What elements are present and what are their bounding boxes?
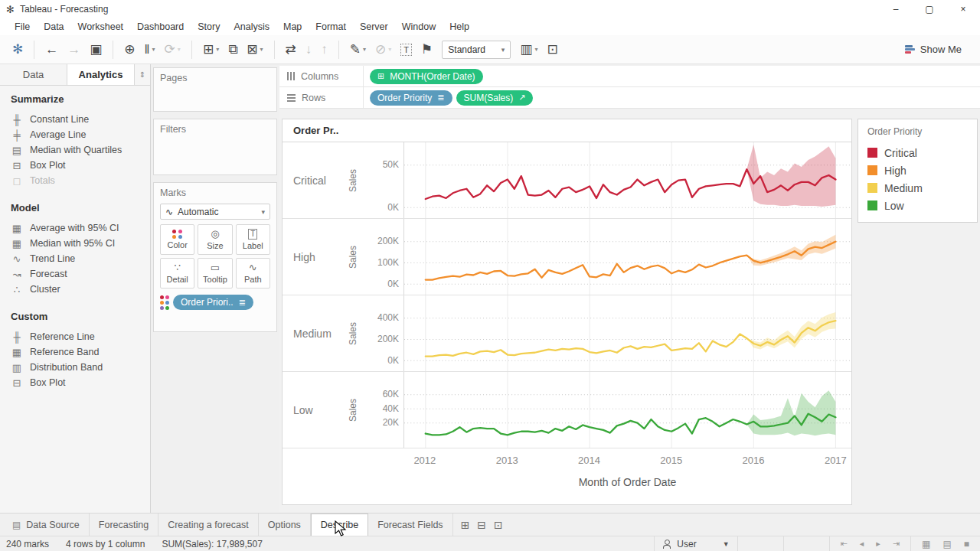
- filmstrip-view-icon[interactable]: ▤: [939, 539, 954, 549]
- y-axis-ticks[interactable]: 400K200K0K: [364, 295, 403, 371]
- user-filter-dropdown[interactable]: User ▼: [654, 536, 737, 551]
- show-mark-labels-button[interactable]: T: [396, 39, 416, 60]
- menu-window[interactable]: Window: [395, 21, 443, 32]
- plot-low[interactable]: [403, 372, 851, 448]
- menu-analysis[interactable]: Analysis: [227, 21, 276, 32]
- analytics-item-median-with-quartiles[interactable]: ▤Median with Quartiles: [11, 142, 150, 158]
- fit-selector[interactable]: Standard ▾: [442, 41, 511, 59]
- analytics-item-distribution-band[interactable]: ▥Distribution Band: [11, 360, 150, 375]
- y-axis-ticks[interactable]: 50K0K: [364, 142, 403, 218]
- y-axis-title[interactable]: Sales: [342, 219, 364, 295]
- sheet-tab-forecast-fields[interactable]: Forecast Fields: [368, 514, 452, 536]
- new-worksheet-tab-icon[interactable]: ⊞: [461, 519, 470, 531]
- clear-sheet-button[interactable]: ⊠▾: [242, 39, 267, 60]
- detail-button[interactable]: ∵Detail: [160, 258, 194, 289]
- pane-tab-analytics[interactable]: Analytics: [67, 64, 135, 85]
- sheet-tab-forecasting[interactable]: Forecasting: [90, 514, 158, 536]
- pill-month-order-date-[interactable]: ⊞MONTH(Order Date): [370, 69, 483, 84]
- show-me-button[interactable]: Show Me: [905, 44, 972, 55]
- new-data-source-button[interactable]: ⊕: [119, 39, 139, 60]
- next-sheet-icon[interactable]: ▸: [873, 539, 884, 549]
- analytics-item-box-plot[interactable]: ⊟Box Plot: [11, 375, 150, 390]
- plot-medium[interactable]: [403, 295, 851, 371]
- chevron-down-icon: ▾: [363, 46, 366, 53]
- tooltip-button[interactable]: ▭Tooltip: [198, 258, 232, 289]
- pill-sum-sales-[interactable]: SUM(Sales)↗: [456, 90, 534, 106]
- legend-item-critical[interactable]: Critical: [867, 144, 977, 161]
- plot-high[interactable]: [403, 219, 851, 295]
- undo-button[interactable]: ←: [41, 39, 63, 60]
- row-header[interactable]: Critical: [283, 142, 342, 218]
- pane-tab-data[interactable]: Data: [0, 64, 67, 85]
- analytics-item-reference-band[interactable]: ▦Reference Band: [11, 344, 150, 360]
- menu-server[interactable]: Server: [353, 21, 395, 32]
- swap-rows-columns-button[interactable]: ⇄: [281, 39, 301, 60]
- menu-format[interactable]: Format: [309, 21, 353, 32]
- y-axis-ticks[interactable]: 200K100K0K: [364, 219, 403, 295]
- path-button[interactable]: ∿Path: [236, 258, 270, 289]
- sheet-tab-data-source[interactable]: ▤Data Source: [3, 514, 90, 536]
- filters-shelf[interactable]: Filters: [153, 119, 277, 175]
- duplicate-sheet-button[interactable]: ⧉: [224, 39, 242, 60]
- row-header[interactable]: Medium: [283, 295, 342, 371]
- label-button[interactable]: TLabel: [236, 224, 270, 255]
- presentation-mode-button[interactable]: ⊡: [542, 39, 562, 60]
- menu-file[interactable]: File: [8, 21, 37, 32]
- new-worksheet-button[interactable]: ⊞▾: [198, 39, 224, 60]
- pause-auto-updates-button[interactable]: ‖▾: [140, 39, 160, 60]
- analytics-item-forecast[interactable]: ↝Forecast: [11, 266, 150, 282]
- prev-sheet-icon[interactable]: ◂: [857, 539, 867, 549]
- save-button[interactable]: ▣: [85, 39, 106, 60]
- rows-shelf[interactable]: Rows Order Priority≣SUM(Sales)↗: [279, 87, 980, 109]
- legend-item-high[interactable]: High: [867, 161, 977, 179]
- mark-type-dropdown[interactable]: ∿ Automatic ▾: [160, 204, 270, 220]
- analytics-item-constant-line[interactable]: ╫Constant Line: [11, 112, 150, 127]
- analytics-item-cluster[interactable]: ∴Cluster: [11, 282, 150, 297]
- analytics-item-average-line[interactable]: ╪Average Line: [11, 127, 150, 142]
- pages-shelf[interactable]: Pages: [153, 67, 277, 112]
- highlight-button[interactable]: ✎▾: [345, 39, 371, 60]
- sheet-tab-options[interactable]: Options: [259, 514, 311, 536]
- last-sheet-icon[interactable]: ⇥: [890, 539, 903, 549]
- restore-button[interactable]: ▢: [913, 0, 946, 18]
- menu-dashboard[interactable]: Dashboard: [130, 21, 191, 32]
- analytics-item-reference-line[interactable]: ╫Reference Line: [11, 329, 150, 344]
- menu-help[interactable]: Help: [443, 21, 476, 32]
- pill-order-priority[interactable]: Order Priority≣: [370, 90, 452, 106]
- y-axis-ticks[interactable]: 60K40K20K: [364, 372, 403, 448]
- new-dashboard-tab-icon[interactable]: ⊟: [477, 519, 486, 531]
- tableau-logo-button[interactable]: ✻: [8, 39, 28, 60]
- first-sheet-icon[interactable]: ⇤: [838, 539, 851, 549]
- analytics-item-trend-line[interactable]: ∿Trend Line: [11, 251, 150, 266]
- x-axis[interactable]: 201220132014201520162017 Month of Order …: [283, 448, 851, 504]
- row-header[interactable]: High: [283, 219, 342, 295]
- analytics-item-box-plot[interactable]: ⊟Box Plot: [11, 158, 150, 173]
- legend-item-medium[interactable]: Medium: [867, 179, 977, 197]
- pane-pin-icon[interactable]: ⇕: [135, 64, 150, 85]
- sheet-sorter-view-icon[interactable]: ▦: [919, 539, 933, 549]
- tick-label: 60K: [383, 389, 399, 399]
- plot-critical[interactable]: [403, 142, 851, 218]
- analytics-item-average-with-95-ci[interactable]: ▦Average with 95% CI: [11, 220, 150, 236]
- close-button[interactable]: ×: [946, 0, 980, 18]
- legend-item-low[interactable]: Low: [867, 197, 977, 214]
- order-priority-color-pill[interactable]: Order Priori.. ≣: [173, 295, 253, 310]
- show-hide-cards-button[interactable]: ▥▾: [515, 39, 542, 60]
- tabs-view-icon[interactable]: ■: [961, 539, 972, 549]
- minimize-button[interactable]: –: [879, 0, 913, 18]
- menu-story[interactable]: Story: [191, 21, 227, 32]
- new-story-tab-icon[interactable]: ⊡: [494, 519, 503, 531]
- size-button[interactable]: ◎Size: [198, 224, 232, 255]
- menu-map[interactable]: Map: [276, 21, 309, 32]
- fix-axes-button[interactable]: ⚑: [416, 39, 437, 60]
- row-header[interactable]: Low: [283, 372, 342, 448]
- menu-worksheet[interactable]: Worksheet: [71, 21, 131, 32]
- y-axis-title[interactable]: Sales: [342, 295, 364, 371]
- menu-data[interactable]: Data: [37, 21, 70, 32]
- y-axis-title[interactable]: Sales: [342, 372, 364, 448]
- analytics-item-median-with-95-ci[interactable]: ▦Median with 95% CI: [11, 236, 150, 251]
- sheet-tab-creating-a-forecast[interactable]: Creating a forecast: [158, 514, 259, 536]
- y-axis-title[interactable]: Sales: [342, 142, 364, 218]
- columns-shelf[interactable]: Columns ⊞MONTH(Order Date): [279, 66, 980, 87]
- color-button[interactable]: Color: [160, 224, 194, 255]
